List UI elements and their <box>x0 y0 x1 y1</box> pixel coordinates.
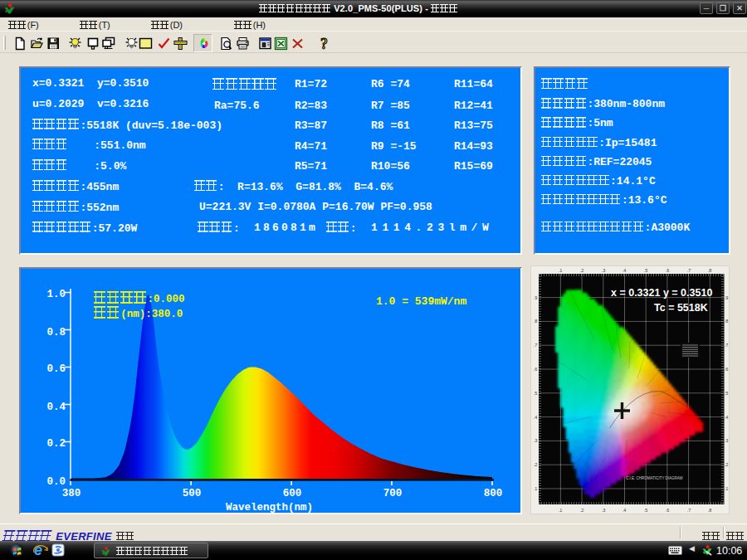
svg-text:.5: .5 <box>644 268 648 273</box>
svg-text:.6: .6 <box>725 367 729 372</box>
svg-text:.8: .8 <box>534 319 538 324</box>
svg-text:.6: .6 <box>666 508 670 513</box>
svg-text:.8: .8 <box>725 319 729 324</box>
svg-text:.7: .7 <box>687 268 691 273</box>
svg-text:.1: .1 <box>534 486 538 491</box>
svg-text:.7: .7 <box>687 508 691 513</box>
svg-text:.2: .2 <box>534 462 538 467</box>
svg-text:.9: .9 <box>725 295 729 300</box>
svg-text:.4: .4 <box>725 415 729 420</box>
svg-text:.1: .1 <box>559 268 563 273</box>
svg-text:.1: .1 <box>559 508 563 513</box>
svg-text:.6: .6 <box>534 367 538 372</box>
svg-text:.7: .7 <box>725 343 729 348</box>
svg-text:.8: .8 <box>708 268 712 273</box>
svg-text:.5: .5 <box>534 391 538 396</box>
svg-text:.4: .4 <box>534 415 538 420</box>
svg-text:.2: .2 <box>580 508 584 513</box>
svg-text:.5: .5 <box>725 391 729 396</box>
svg-text:?: ? <box>320 37 328 51</box>
svg-text:.4: .4 <box>622 268 627 273</box>
svg-text:.2: .2 <box>725 462 729 467</box>
svg-text:.3: .3 <box>602 508 606 513</box>
svg-text:.6: .6 <box>666 268 670 273</box>
svg-text:.7: .7 <box>534 343 538 348</box>
svg-text:.5: .5 <box>644 508 648 513</box>
svg-text:.4: .4 <box>622 508 627 513</box>
svg-text:.3: .3 <box>534 438 538 443</box>
svg-text:.8: .8 <box>708 508 712 513</box>
svg-text:.3: .3 <box>725 438 729 443</box>
svg-text:.2: .2 <box>580 268 584 273</box>
svg-text:.9: .9 <box>534 295 538 300</box>
svg-text:C.I.E. CHROMATICITY DIAGRAM: C.I.E. CHROMATICITY DIAGRAM <box>626 476 683 480</box>
svg-text:.3: .3 <box>602 268 606 273</box>
svg-text:.1: .1 <box>725 486 729 491</box>
